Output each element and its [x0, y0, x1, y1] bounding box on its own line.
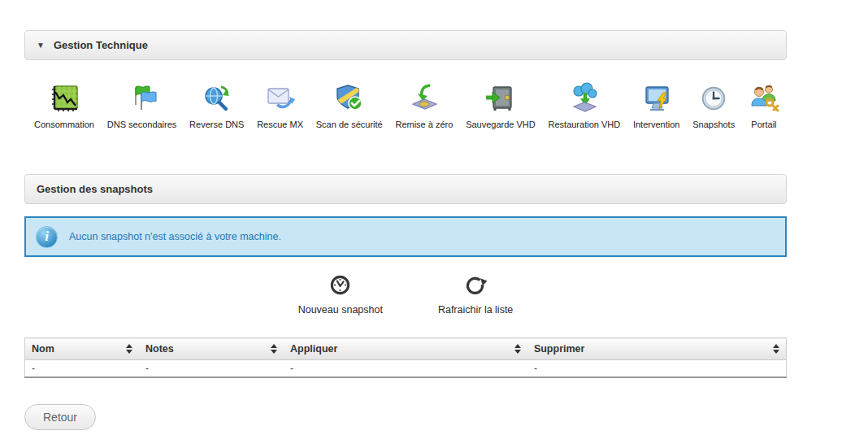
cell-appliquer: - — [284, 360, 527, 378]
clock-icon — [698, 81, 729, 115]
new-snapshot-label: Nouveau snapshot — [298, 304, 383, 316]
collapse-caret-icon: ▼ — [37, 41, 45, 50]
cloud-restore-icon — [568, 81, 601, 115]
tech-icon-label: Remise à zéro — [395, 120, 453, 129]
table-row: - - - - — [25, 360, 787, 378]
refresh-list-button[interactable]: Rafraichir la liste — [438, 273, 513, 316]
sort-icon — [126, 344, 132, 354]
mail-arrow-icon — [264, 81, 297, 115]
column-label: Nom — [32, 343, 121, 355]
safe-backup-icon — [484, 81, 517, 115]
tech-icon-rescue-mx[interactable]: Rescue MX — [257, 81, 303, 129]
tech-icon-label: Scan de sécurité — [316, 120, 383, 129]
tech-icons-row: Consommation DNS secondaires — [24, 81, 787, 129]
retour-button[interactable]: Retour — [24, 404, 96, 430]
tech-icon-restauration-vhd[interactable]: Restauration VHD — [549, 81, 621, 129]
snapshots-table: Nom Notes Appliquer — [24, 337, 787, 378]
column-header-notes[interactable]: Notes — [139, 338, 284, 360]
column-label: Notes — [145, 343, 266, 355]
tech-icon-snapshots[interactable]: Snapshots — [692, 81, 735, 129]
tech-icon-label: DNS secondaires — [107, 120, 177, 129]
tech-icon-label: Sauvegarde VHD — [466, 120, 536, 129]
table-header-row: Nom Notes Appliquer — [25, 338, 787, 360]
tech-icon-label: Portail — [751, 120, 776, 129]
snapshot-actions: Nouveau snapshot Rafraichir la liste — [24, 273, 787, 316]
gestion-snapshots-header: Gestion des snapshots — [24, 174, 787, 204]
tech-icon-dns-secondaires[interactable]: DNS secondaires — [107, 81, 177, 129]
gestion-technique-title: Gestion Technique — [54, 39, 148, 51]
column-header-appliquer[interactable]: Appliquer — [284, 338, 527, 360]
column-header-supprimer[interactable]: Supprimer — [527, 338, 787, 360]
info-alert-text: Aucun snapshot n'est associé à votre mac… — [69, 231, 281, 242]
sort-icon — [514, 344, 521, 354]
gestion-technique-header[interactable]: ▼ Gestion Technique — [24, 30, 787, 60]
globe-magnifier-icon — [201, 81, 233, 115]
column-label: Supprimer — [534, 343, 768, 355]
reset-device-icon — [408, 81, 441, 115]
page-content: ▼ Gestion Technique Consommation — [24, 0, 787, 430]
shield-check-icon — [333, 81, 366, 115]
info-alert: i Aucun snapshot n'est associé à votre m… — [24, 216, 787, 257]
column-header-nom[interactable]: Nom — [25, 338, 140, 360]
tech-icon-intervention[interactable]: Intervention — [633, 81, 679, 129]
monitor-bolt-icon — [640, 81, 673, 115]
tech-icon-label: Restauration VHD — [549, 120, 621, 129]
gestion-snapshots-title: Gestion des snapshots — [37, 183, 153, 195]
cell-nom: - — [25, 360, 140, 378]
tech-icon-remise-a-zero[interactable]: Remise à zéro — [395, 81, 453, 129]
tech-icon-label: Rescue MX — [257, 120, 303, 129]
tech-icon-consommation[interactable]: Consommation — [34, 81, 94, 129]
dns-flags-icon — [126, 81, 158, 115]
clock-icon — [328, 273, 352, 300]
users-key-icon — [748, 81, 780, 115]
cell-supprimer: - — [527, 360, 787, 378]
tech-icon-portail[interactable]: Portail — [748, 81, 780, 129]
column-label: Appliquer — [290, 343, 510, 355]
tech-icon-reverse-dns[interactable]: Reverse DNS — [189, 81, 244, 129]
tech-icon-scan-securite[interactable]: Scan de sécurité — [316, 81, 383, 129]
info-icon: i — [36, 226, 58, 248]
refresh-list-label: Rafraichir la liste — [438, 304, 513, 316]
consumption-chart-icon — [48, 81, 80, 115]
tech-icon-label: Intervention — [633, 120, 679, 129]
refresh-icon — [464, 273, 488, 300]
sort-icon — [271, 344, 277, 354]
tech-icon-label: Reverse DNS — [189, 120, 244, 129]
cell-notes: - — [139, 360, 284, 378]
tech-icon-label: Consommation — [34, 120, 94, 129]
new-snapshot-button[interactable]: Nouveau snapshot — [298, 273, 383, 316]
sort-icon — [773, 344, 779, 354]
tech-icon-label: Snapshots — [692, 120, 735, 129]
tech-icon-sauvegarde-vhd[interactable]: Sauvegarde VHD — [466, 81, 536, 129]
